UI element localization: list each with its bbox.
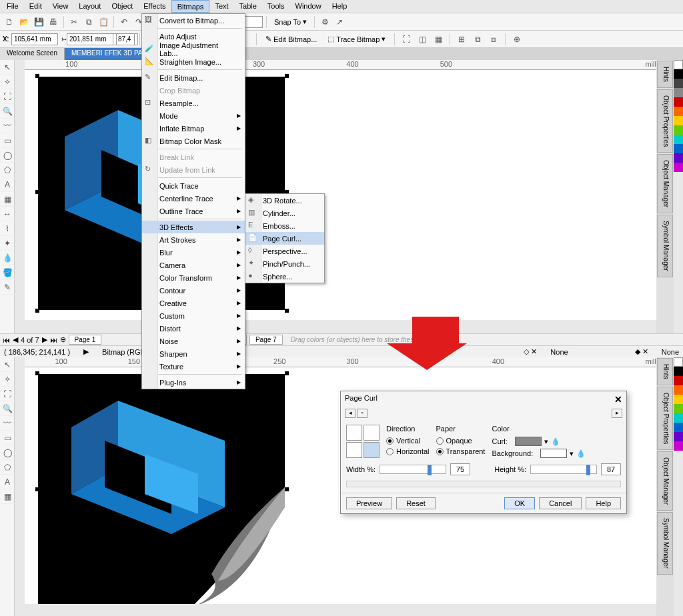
color-palette-2[interactable] (674, 357, 683, 616)
menu-item-convert-to-bitmap-[interactable]: 🖼Convert to Bitmap... (142, 14, 245, 27)
submenu-item-3d-rotate-[interactable]: ◈3D Rotate... (245, 194, 324, 207)
radio-horizontal[interactable]: Horizontal (386, 447, 430, 455)
docker-obj-manager[interactable]: Object Manager (657, 451, 673, 511)
menu-item-distort[interactable]: Distort▶ (142, 322, 245, 335)
menu-item-noise[interactable]: Noise▶ (142, 335, 245, 347)
play-icon[interactable]: ▶ (83, 347, 89, 356)
table-tool-icon[interactable]: ▦ (0, 192, 15, 207)
paste-icon[interactable]: 📋 (97, 15, 110, 29)
submenu-item-perspective-[interactable]: ◊Perspective... (245, 245, 324, 257)
menu-item-custom[interactable]: Custom▶ (142, 309, 245, 322)
text-tool-icon[interactable]: A (0, 177, 15, 192)
help-button[interactable]: Help (586, 497, 621, 509)
rectangle-tool-icon[interactable]: ▭ (0, 431, 15, 445)
submenu-item-emboss-[interactable]: EEmboss... (245, 219, 324, 232)
menu-item-contour[interactable]: Contour▶ (142, 284, 245, 297)
menu-window[interactable]: Window (290, 0, 327, 13)
menu-view[interactable]: View (47, 0, 74, 13)
page-tab-1[interactable]: Page 1 (69, 335, 102, 345)
menu-item-inflate-bitmap[interactable]: Inflate Bitmap▶ (142, 122, 245, 135)
dimension-tool-icon[interactable]: ↔ (0, 207, 15, 221)
menu-edit[interactable]: Edit (24, 0, 47, 13)
menu-item-texture[interactable]: Texture▶ (142, 360, 245, 373)
ungroup-icon[interactable]: ⧈ (487, 33, 500, 46)
preview-button[interactable]: Preview (346, 497, 392, 509)
radio-transparent[interactable]: Transparent (436, 447, 486, 455)
radio-vertical[interactable]: Vertical (386, 437, 430, 445)
corner-tl[interactable] (346, 425, 362, 441)
effects-tool-icon[interactable]: ✦ (0, 236, 15, 251)
freehand-tool-icon[interactable]: 〰 (0, 119, 15, 133)
menu-effects[interactable]: Effects (138, 0, 171, 13)
nav-next-icon[interactable]: ▶ (42, 335, 47, 344)
nav-prev-icon[interactable]: ◀ (13, 335, 18, 344)
close-icon[interactable]: ✕ (614, 394, 622, 405)
nav-first-icon[interactable]: ⏮ (3, 336, 10, 344)
dropdown-icon[interactable]: ▾ (570, 449, 574, 458)
cancel-button[interactable]: Cancel (539, 497, 582, 509)
docker-obj-properties[interactable]: Object Properties (657, 387, 673, 450)
crop-tool-icon[interactable]: ⛶ (0, 387, 15, 401)
pick-tool-icon[interactable]: ↖ (0, 357, 15, 372)
add-page-icon[interactable]: ⊕ (60, 335, 66, 344)
curl-color-swatch[interactable] (515, 437, 542, 446)
menu-item-straighten-image-[interactable]: 📐Straighten Image... (142, 55, 245, 68)
bg-color-swatch[interactable] (540, 449, 567, 458)
page-tab-7[interactable]: Page 7 (249, 335, 283, 345)
text-tool-icon[interactable]: A (0, 475, 15, 489)
zoom-tool-icon[interactable]: 🔍 (0, 104, 15, 119)
width-slider[interactable] (380, 465, 446, 474)
menu-layout[interactable]: Layout (73, 0, 106, 13)
menu-item-quick-trace[interactable]: Quick Trace (142, 179, 245, 192)
resample-icon[interactable]: ◫ (416, 33, 429, 46)
open-icon[interactable]: 📂 (17, 15, 31, 29)
menu-help[interactable]: Help (327, 0, 353, 13)
docker-obj-properties[interactable]: Object Properties (657, 89, 673, 153)
menu-item-edit-bitmap-[interactable]: ✎Edit Bitmap... (142, 71, 245, 84)
polygon-tool-icon[interactable]: ⬠ (0, 163, 15, 177)
print-icon[interactable]: 🖶 (47, 15, 60, 29)
undo-icon[interactable]: ↶ (117, 15, 131, 29)
docker-obj-manager[interactable]: Object Manager (657, 154, 673, 213)
outline-swatch-icon[interactable]: ◆ ✕ (635, 347, 648, 356)
submenu-item-sphere-[interactable]: ●Sphere... (245, 270, 324, 283)
edit-bitmap-button[interactable]: ✎ Edit Bitmap... (261, 33, 321, 45)
ellipse-tool-icon[interactable]: ◯ (0, 148, 15, 163)
menu-item-resample-[interactable]: ⊡Resample... (142, 97, 245, 109)
y-input[interactable] (11, 33, 58, 45)
freehand-tool-icon[interactable]: 〰 (0, 416, 15, 431)
submenu-item-page-curl-[interactable]: 📄Page Curl... (245, 232, 324, 245)
eyedropper-tool-icon[interactable]: 💧 (0, 251, 15, 265)
crop-icon[interactable]: ⛶ (400, 33, 413, 46)
menu-item-centerline-trace[interactable]: Centerline Trace▶ (142, 192, 245, 205)
group-icon[interactable]: ⧉ (471, 33, 484, 46)
reset-button[interactable]: Reset (396, 497, 436, 509)
menu-item-plug-ins[interactable]: Plug-Ins▶ (142, 376, 245, 389)
radio-opaque[interactable]: Opaque (436, 437, 486, 445)
menu-item-creative[interactable]: Creative▶ (142, 297, 245, 309)
add-icon[interactable]: ⊕ (510, 33, 524, 46)
dlg-next-icon[interactable]: ▸ (612, 409, 622, 418)
menu-item-image-adjustment-lab-[interactable]: 🧪Image Adjustment Lab... (142, 43, 245, 55)
fill-swatch-icon[interactable]: ◇ ✕ (524, 347, 537, 356)
rectangle-tool-icon[interactable]: ▭ (0, 133, 15, 148)
menu-item-camera[interactable]: Camera▶ (142, 259, 245, 271)
snap-to-button[interactable]: Snap To ▾ (270, 16, 311, 27)
h-input[interactable] (67, 33, 113, 45)
cut-icon[interactable]: ✂ (67, 15, 81, 29)
corner-bl[interactable] (346, 442, 362, 458)
menu-item-3d-effects[interactable]: 3D Effects▶ (142, 221, 245, 233)
docker-hints[interactable]: Hints (657, 61, 673, 88)
new-icon[interactable]: 🗋 (3, 15, 16, 29)
menu-file[interactable]: File (1, 0, 24, 13)
canvas[interactable] (25, 70, 666, 320)
menu-item-art-strokes[interactable]: Art Strokes▶ (142, 233, 245, 246)
menu-item-mode[interactable]: Mode▶ (142, 109, 245, 122)
submenu-item-cylinder-[interactable]: ▥Cylinder... (245, 207, 324, 219)
docker-symbol-manager[interactable]: Symbol Manager (657, 215, 673, 277)
dlg-prev-icon[interactable]: ◂ (345, 409, 356, 418)
dropdown-icon[interactable]: ▾ (544, 437, 548, 446)
corner-br[interactable] (364, 442, 380, 458)
outline-tool-icon[interactable]: ✎ (0, 280, 15, 295)
height-input[interactable] (601, 463, 621, 475)
